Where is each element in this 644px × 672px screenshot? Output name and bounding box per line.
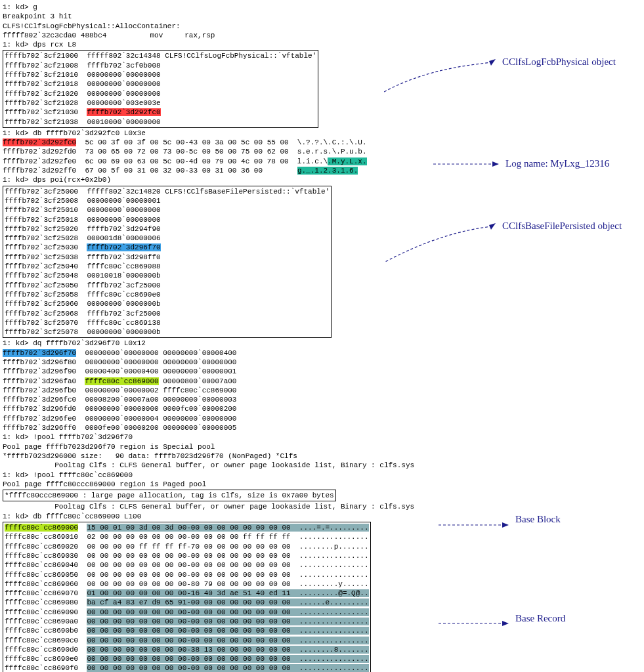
- annotation-label: Base Block: [515, 513, 561, 526]
- highlight-teal: .M.y.L.x.: [328, 158, 366, 165]
- dump-row: ffffb702`3d292fd0 73 00 65 00 72 00 73 0…: [3, 147, 641, 156]
- dump-row: ffffc80c`cc869050 00 00 00 00 00 00 00 0…: [5, 570, 369, 579]
- dump-row: ffffc80c`cc869060 00 00 00 00 00 00 00 0…: [5, 579, 369, 589]
- dump-row: ffffb702`3d296fd0 00000000`00000000 0000…: [3, 404, 641, 413]
- dump-row: ffffb702`3d296ff0 0000fe00`00000200 0000…: [3, 423, 641, 432]
- console-line: Pooltag Clfs : CLFS General buffer, or o…: [3, 461, 641, 470]
- dump-row: ffffc80c`cc869000 15 00 01 00 3d 00 3d 0…: [5, 523, 369, 532]
- highlight-slate: 00 00 00 00 00 00 00 00-00 00 00 00 00 0…: [87, 655, 368, 663]
- dump-row: ffffb702`3cf21038 00010000`00000000: [5, 117, 316, 127]
- dump-row: ffffb702`3cf25018 00000000`00000000: [5, 215, 330, 224]
- dump-row: ffffb702`3cf21028 00000000`003e003e: [5, 98, 316, 108]
- dump-row: ffffc80c`cc869040 00 00 00 00 00 00 00 0…: [5, 560, 369, 570]
- pool-info-box: *ffffc80ccc869000 : large page allocatio…: [3, 490, 336, 501]
- console-line: Pool page ffffc80ccc869000 region is Pag…: [3, 480, 641, 489]
- dump-row: ffffb702`3cf25000 fffff802`32c14820 CLFS…: [5, 187, 330, 196]
- highlight-red: ffffb702`3d292fc0: [87, 108, 160, 116]
- svg-marker-4: [502, 621, 509, 626]
- dump-row: ffffb702`3d296f70 00000000`00000000 0000…: [3, 348, 641, 358]
- dump-row: ffffb702`3cf25078 00000000`0000000b: [5, 327, 330, 337]
- dump-row: ffffb702`3d296fa0 ffffc80c`cc869000 0000…: [3, 377, 641, 386]
- dump-row: ffffc80c`cc869030 00 00 00 00 00 00 00 0…: [5, 551, 369, 560]
- dump-row: ffffb702`3cf21010 00000000`00000000: [5, 70, 316, 79]
- console-line: 1: kd> !pool ffffc80c`cc869000: [3, 471, 641, 480]
- dump-row: ffffc80c`cc869090 00 00 00 00 00 00 00 0…: [5, 608, 369, 617]
- dump-row: ffffb702`3cf21030 ffffb702`3d292fc0: [5, 108, 316, 117]
- annotation-label: Base Record: [515, 612, 565, 625]
- dump-row: ffffc80c`cc8690b0 00 00 00 00 00 00 00 0…: [5, 626, 369, 635]
- console-line: 1: kd> !pool ffffb702`3d296f70: [3, 432, 641, 442]
- highlight-slate: 01 00 00 00 00 00 00 00-16 40 3d ae 51 4…: [87, 589, 368, 597]
- highlight-slate: 00 00 00 00 00 00 00 00-38 13 00 00 00 0…: [87, 646, 368, 654]
- memory-dump-box-1: ffffb702`3cf21000 fffff802`32c14348 CLFS…: [3, 50, 318, 127]
- dump-row: ffffb702`3d292fc0 5c 00 3f 00 3f 00 5c 0…: [3, 138, 641, 147]
- dump-row: ffffb702`3cf21018 00000000`00000000: [5, 79, 316, 89]
- dump-row: ffffc80c`cc869080 ba cf a4 83 e7 d9 65 9…: [5, 598, 369, 607]
- dump-row: ffffb702`3cf25008 00000000`00000001: [5, 196, 330, 205]
- dump-row: ffffb702`3cf25020 ffffb702`3d294f90: [5, 224, 330, 234]
- console-line: 1: kd> g: [3, 3, 641, 12]
- dump-row: ffffc80c`cc8690c0 00 00 00 00 00 00 00 0…: [5, 636, 369, 645]
- highlight-teal: g._.1.2.3.1.6.: [297, 167, 358, 175]
- svg-marker-2: [489, 223, 496, 230]
- dump-row: ffffc80c`cc8690e0 00 00 00 00 00 00 00 0…: [5, 654, 369, 663]
- dump-row: ffffc80c`cc869070 01 00 00 00 00 00 00 0…: [5, 589, 369, 598]
- dump-row: ffffc80c`cc8690f0 00 00 00 00 00 00 00 0…: [5, 663, 369, 672]
- memory-dump-box-3: ffffc80c`cc869000 15 00 01 00 3d 00 3d 0…: [3, 522, 371, 672]
- svg-marker-0: [489, 59, 496, 66]
- highlight-green: ffffc80c`cc869000: [85, 377, 158, 385]
- dump-row: ffffb702`3cf21020 00000000`00000000: [5, 89, 316, 98]
- dump-row: ffffb702`3cf21008 ffffb702`3cf0b008: [5, 61, 316, 70]
- annotation-label: CClfsBaseFilePersisted object: [502, 220, 622, 233]
- console-line: Breakpoint 3 hit: [3, 12, 641, 21]
- highlight-slate: 00 00 00 00 00 00 00 00-00 00 00 00 00 0…: [87, 627, 368, 635]
- annotation-label: Log name: MyLxg_12316: [505, 158, 609, 171]
- console-line: 1: kd> dps rcx L8: [3, 40, 641, 49]
- svg-marker-3: [502, 522, 509, 528]
- console-line: *ffffc80ccc869000 : large page allocatio…: [5, 491, 334, 500]
- highlight-slate: 00 00 00 00 00 00 00 00-00 00 00 00 00 0…: [87, 664, 368, 672]
- annotation-arrow-icon: [381, 59, 499, 98]
- highlight-blue: ffffb702`3d296f70: [87, 243, 160, 251]
- console-line: Pooltag Clfs : CLFS General buffer, or o…: [3, 502, 641, 511]
- highlight-green: ffffc80c`cc869000: [5, 524, 78, 532]
- console-line: CLFS!CClfsLogFcbPhysical::AllocContainer…: [3, 22, 641, 31]
- console-line: 1: kd> db ffffb702`3d292fc0 L0x3e: [3, 129, 641, 138]
- dump-row: ffffb702`3cf25048 00010018`0000000b: [5, 271, 330, 280]
- console-line: Pool page ffffb7023d296f70 region is Spe…: [3, 442, 641, 452]
- highlight-slate: 15 00 01 00 3d 00 3d 00-00 00 00 00 00 0…: [87, 524, 368, 532]
- highlight-slate: ba cf a4 83 e7 d9 65 91-00 00 00 00 00 0…: [87, 598, 368, 606]
- highlight-blue: ffffb702`3d296f70: [3, 349, 76, 357]
- dump-row: ffffb702`3d296fb0 00000000`00000002 ffff…: [3, 386, 641, 395]
- dump-row: ffffb702`3d296fc0 00008200`00007a00 0000…: [3, 395, 641, 404]
- annotation-arrow-icon: [381, 223, 499, 269]
- dump-row: ffffc80c`cc8690a0 00 00 00 00 00 00 00 0…: [5, 617, 369, 626]
- highlight-slate: 00 00 00 00 00 00 00 00-00 00 00 00 00 0…: [87, 618, 368, 625]
- dump-row: ffffc80c`cc869010 02 00 00 00 00 00 00 0…: [5, 532, 369, 541]
- dump-row: ffffb702`3d296f80 00000000`00000000 0000…: [3, 358, 641, 367]
- annotation-label: CClfsLogFcbPhysical object: [502, 56, 616, 69]
- dump-row: ffffb702`3cf25068 ffffb702`3cf25000: [5, 309, 330, 318]
- console-line: *ffffb7023d296000 size: 90 data: ffffb70…: [3, 452, 641, 461]
- dump-row: ffffb702`3cf25010 00000000`00000000: [5, 205, 330, 215]
- dump-row: ffffb702`3cf25070 ffffc80c`cc869138: [5, 318, 330, 327]
- dump-row: ffffb702`3cf25038 ffffb702`3d298ff0: [5, 253, 330, 262]
- dump-row: ffffb702`3cf25028 000001d8`00000006: [5, 234, 330, 243]
- dump-row: ffffb702`3d296fe0 00000000`00000004 0000…: [3, 414, 641, 423]
- dump-row: ffffc80c`cc8690d0 00 00 00 00 00 00 00 0…: [5, 645, 369, 654]
- dump-row: ffffb702`3d296f90 00000400`00000400 0000…: [3, 367, 641, 376]
- annotation-arrow-icon: [433, 617, 512, 630]
- memory-dump-box-2: ffffb702`3cf25000 fffff802`32c14820 CLFS…: [3, 186, 332, 339]
- console-line: 1: kd> dps poi(rcx+0x2b0): [3, 175, 641, 184]
- dump-row: ffffb702`3cf21000 fffff802`32c14348 CLFS…: [5, 51, 316, 60]
- dump-row: ffffb702`3cf25030 ffffb702`3d296f70: [5, 243, 330, 252]
- console-line: fffff802`32c3cda0 488bc4 mov rax,rsp: [3, 31, 641, 40]
- dump-row: ffffc80c`cc869020 00 00 00 00 ff ff ff f…: [5, 542, 369, 551]
- highlight-slate: 00 00 00 00 00 00 00 00-00 00 00 00 00 0…: [87, 637, 368, 644]
- dump-row: ffffb702`3cf25040 ffffc80c`cc869088: [5, 262, 330, 271]
- dump-row: ffffb702`3cf25050 ffffb702`3cf25000: [5, 281, 330, 290]
- console-line: 1: kd> dq ffffb702`3d296f70 L0x12: [3, 339, 641, 348]
- highlight-red: ffffb702`3d292fc0: [3, 138, 76, 146]
- dump-row: ffffb702`3cf25060 00000000`0000000b: [5, 299, 330, 308]
- dump-row: ffffb702`3cf25058 ffffc80c`cc8690e0: [5, 290, 330, 299]
